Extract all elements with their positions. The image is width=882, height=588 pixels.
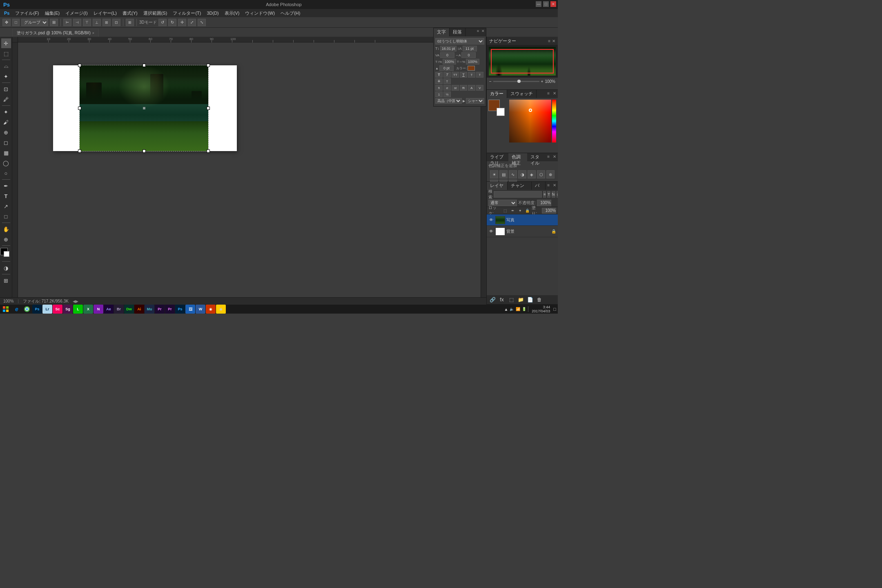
quick-mask-tool[interactable]: ◑: [1, 263, 11, 273]
tray-icon-4[interactable]: 🔋: [522, 307, 526, 311]
align-right-btn[interactable]: ⊤: [83, 19, 91, 26]
layers-menu-btn[interactable]: ≡: [546, 182, 551, 190]
3d-scale-btn[interactable]: ⤡: [198, 19, 206, 26]
blur-tool[interactable]: ◯: [1, 158, 11, 168]
adj-levels[interactable]: ▤: [499, 170, 508, 178]
navigator-menu-btn[interactable]: ≡: [548, 39, 550, 43]
taskbar-pl[interactable]: Pr: [165, 305, 175, 314]
color-cursor[interactable]: [529, 109, 532, 112]
scale-v-input[interactable]: [443, 59, 456, 65]
adj-brightness[interactable]: ☀: [490, 170, 498, 178]
tab-close-btn[interactable]: ×: [92, 31, 94, 35]
start-button[interactable]: [0, 305, 11, 314]
ot-a[interactable]: A: [468, 85, 475, 91]
canvas-area[interactable]: 10 20 30 40 50 60 70 80 90 100: [12, 37, 486, 305]
navigator-close-btn[interactable]: ✕: [552, 39, 555, 43]
move-tool[interactable]: ✛: [1, 38, 11, 48]
align-bottom-btn[interactable]: ⊡: [112, 19, 120, 26]
adj-exposure[interactable]: ◑: [518, 170, 526, 178]
taskbar-ai[interactable]: Ai: [134, 305, 144, 314]
layer-item-photo[interactable]: 👁 写真: [487, 214, 558, 226]
gradient-tool[interactable]: ▦: [1, 148, 11, 158]
tray-icon-3[interactable]: 📶: [516, 307, 520, 311]
eyedropper-tool[interactable]: 🖉: [1, 94, 11, 104]
taskbar-ae[interactable]: Ae: [104, 305, 114, 314]
auto-select-btn[interactable]: □: [12, 19, 20, 26]
menu-filter[interactable]: フィルター(T): [170, 9, 203, 17]
font-size-input[interactable]: [440, 46, 457, 51]
taskbar-br[interactable]: Br: [114, 305, 124, 314]
menu-file[interactable]: ファイル(F): [13, 9, 41, 17]
taskbar-red-app[interactable]: ◉: [206, 305, 216, 314]
add-mask-btn[interactable]: ⬚: [507, 296, 515, 303]
lock-art-btn[interactable]: ✦: [517, 208, 523, 214]
tab-channels[interactable]: チャンネル: [508, 182, 532, 190]
nav-zoom-plus[interactable]: +: [541, 79, 543, 84]
ot-1[interactable]: 1: [435, 91, 443, 97]
tray-icon-2[interactable]: 🔈: [510, 307, 514, 311]
style-tt[interactable]: TT: [452, 72, 459, 78]
char-color-swatch[interactable]: [468, 66, 475, 71]
language-select[interactable]: 高品（中国語）: [435, 98, 462, 104]
status-arrows[interactable]: ◀▶: [73, 299, 78, 303]
distribute-btn[interactable]: ⊞: [126, 19, 134, 26]
path-select-tool[interactable]: ↗: [1, 201, 11, 211]
hand-tool[interactable]: ✋: [1, 224, 11, 234]
layer-visibility-bg[interactable]: 👁: [488, 229, 494, 234]
nav-zoom-thumb[interactable]: [517, 80, 521, 83]
taskbar-ie[interactable]: e: [12, 305, 22, 314]
eraser-tool[interactable]: ◻: [1, 138, 11, 147]
color-fg-bg-selector[interactable]: [488, 100, 505, 116]
3d-pan-btn[interactable]: ✛: [178, 19, 186, 26]
font-family-select[interactable]: 02うつくし明朝体: [435, 38, 484, 45]
style-superscript[interactable]: T: [476, 72, 483, 78]
ot-st[interactable]: st: [452, 85, 459, 91]
brush-tool[interactable]: 🖌: [1, 117, 11, 127]
char-menu-btn[interactable]: ≡: [476, 28, 480, 36]
text-tool[interactable]: T: [1, 191, 11, 201]
tab-paragraph[interactable]: 段落: [450, 28, 466, 36]
add-style-btn[interactable]: fx: [498, 296, 506, 303]
3d-slide-btn[interactable]: ⤢: [188, 19, 196, 26]
new-group-btn[interactable]: 📁: [517, 296, 525, 303]
tab-adjustments[interactable]: 色調補正: [508, 153, 527, 161]
layers-type-btn[interactable]: T: [547, 191, 550, 198]
ot-v[interactable]: V: [476, 85, 483, 91]
zoom-tool[interactable]: ⊕: [1, 234, 11, 244]
menu-window[interactable]: ウィンドウ(W): [243, 9, 277, 17]
clone-tool[interactable]: ⊕: [1, 127, 11, 137]
baseline-input[interactable]: [439, 65, 454, 71]
style-small-caps[interactable]: T: [468, 72, 475, 78]
adj-vibrance[interactable]: ◈: [528, 170, 536, 178]
style-italic[interactable]: T: [443, 72, 451, 78]
menu-3d[interactable]: 3D(D): [204, 10, 221, 16]
taskbar-dw[interactable]: Dw: [124, 305, 134, 314]
style-bold[interactable]: T: [435, 72, 443, 78]
taskbar-chrome[interactable]: [22, 305, 32, 314]
background-swatch[interactable]: [497, 108, 505, 116]
leading-input[interactable]: [463, 46, 477, 51]
minimize-button[interactable]: —: [536, 1, 541, 7]
antialiasing-select[interactable]: シャープ: [466, 98, 484, 104]
align-vcenter-btn[interactable]: ⊞: [102, 19, 111, 26]
align-left-btn[interactable]: ⊢: [63, 19, 71, 26]
ot-half[interactable]: ½: [443, 91, 451, 97]
color-selector[interactable]: [0, 248, 12, 259]
menu-ps[interactable]: Ps: [2, 10, 12, 16]
taskbar-onenote[interactable]: N: [94, 305, 103, 314]
layers-close-btn[interactable]: ✕: [551, 182, 558, 190]
taskbar-mu[interactable]: Mu: [145, 305, 154, 314]
ot-sigma[interactable]: σ: [443, 85, 451, 91]
layer-item-bg[interactable]: 👁 背景 🔒: [487, 226, 558, 237]
dodge-tool[interactable]: ○: [1, 168, 11, 178]
menu-help[interactable]: ヘルプ(H): [278, 9, 303, 17]
ot-ffi[interactable]: ffi: [460, 85, 467, 91]
lock-all-btn[interactable]: 🔒: [524, 208, 530, 214]
tab-character[interactable]: 文字: [434, 28, 450, 36]
tab-paths[interactable]: パス: [532, 182, 546, 190]
tab-color[interactable]: カラー: [487, 90, 507, 98]
style-underline[interactable]: T: [460, 72, 467, 78]
layers-effect-btn[interactable]: fx: [552, 191, 555, 198]
ot-fi[interactable]: fi: [435, 85, 443, 91]
adj-colorbalance[interactable]: ⊕: [546, 170, 555, 178]
